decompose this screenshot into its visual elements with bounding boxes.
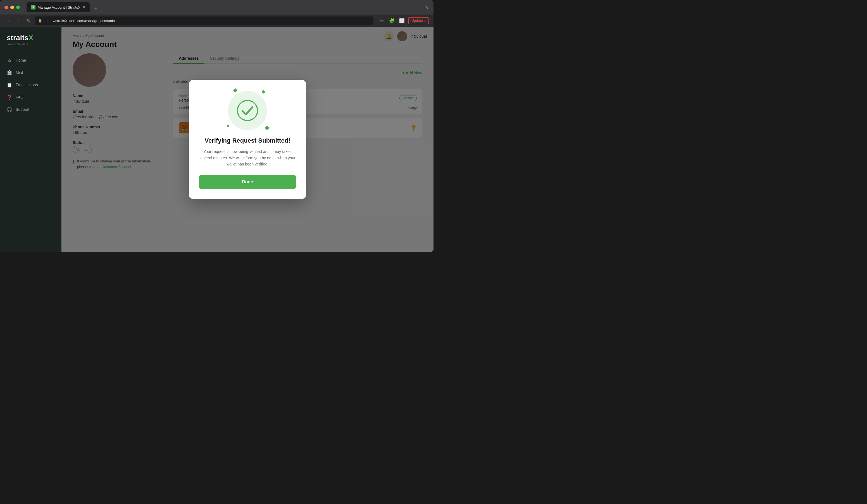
success-modal: Verifying Request Submitted! Your reques… (189, 80, 306, 199)
traffic-lights (4, 6, 20, 9)
forward-button[interactable]: › (14, 17, 22, 24)
lock-icon: 🔒 (38, 19, 42, 23)
sparkle-4 (265, 125, 269, 130)
browser-navbar: ‹ › ↻ 🔒 https://straitsX.xfers.com/manag… (0, 14, 434, 27)
window-menu-icon[interactable]: ∨ (425, 4, 429, 10)
sidebar-item-home[interactable]: ⌂ Home (3, 55, 58, 66)
url-display: https://straitsX.xfers.com/manage_accoun… (44, 19, 115, 23)
faq-icon: ❓ (7, 94, 12, 100)
tab-close-button[interactable]: × (83, 5, 85, 10)
sidebar-item-home-label: Home (15, 58, 26, 63)
bookmark-button[interactable]: ☆ (378, 17, 386, 24)
back-button[interactable]: ‹ (4, 17, 12, 24)
sidebar-item-faq[interactable]: ❓ FAQ (3, 91, 58, 103)
app-content: straitsX powered by xfers ⌂ Home 🏦 Mint … (0, 27, 434, 252)
sidebar-item-faq-label: FAQ (15, 95, 23, 99)
browser-tabs: X Manage Account | StraitsX × + (26, 2, 100, 12)
new-tab-button[interactable]: + (92, 4, 100, 12)
address-bar[interactable]: 🔒 https://straitsX.xfers.com/manage_acco… (35, 17, 373, 25)
reload-button[interactable]: ↻ (24, 17, 32, 24)
sidebar-item-support-label: Support (15, 107, 29, 112)
close-button[interactable] (4, 6, 8, 9)
sidebar-navigation: ⌂ Home 🏦 Mint 📋 Transactions ❓ FAQ 🎧 (0, 55, 62, 115)
modal-circle (228, 91, 267, 130)
modal-icon-area (228, 91, 267, 130)
browser-titlebar: X Manage Account | StraitsX × + ∨ (0, 0, 434, 14)
sparkle-1 (233, 88, 238, 92)
transactions-icon: 📋 (7, 82, 12, 88)
logo: straitsX powered by xfers (0, 33, 62, 55)
sparkle-2 (261, 90, 265, 94)
sidebar-item-transactions[interactable]: 📋 Transactions (3, 79, 58, 90)
tab-title: Manage Account | StraitsX (38, 5, 81, 10)
modal-overlay: Verifying Request Submitted! Your reques… (62, 27, 434, 252)
active-tab[interactable]: X Manage Account | StraitsX × (26, 2, 90, 12)
update-button[interactable]: Update ≡ (408, 17, 429, 24)
home-icon: ⌂ (7, 57, 12, 63)
sidebar-item-mint-label: Mint (15, 70, 23, 75)
logo-sub: powered by xfers (7, 43, 55, 46)
extensions-button[interactable]: 🧩 (388, 17, 396, 24)
profile-button[interactable]: ⬜ (398, 17, 406, 24)
support-icon: 🎧 (7, 107, 12, 112)
sidebar: straitsX powered by xfers ⌂ Home 🏦 Mint … (0, 27, 62, 252)
mint-icon: 🏦 (7, 70, 12, 75)
minimize-button[interactable] (10, 6, 14, 9)
maximize-button[interactable] (16, 6, 20, 9)
checkmark-svg (236, 99, 259, 122)
modal-title: Verifying Request Submitted! (205, 137, 290, 145)
sidebar-item-transactions-label: Transactions (15, 83, 38, 87)
main-content: 🔔 individual Home / My Account My Accoun… (62, 27, 434, 252)
logo-text: straitsX (7, 33, 55, 42)
modal-done-button[interactable]: Done (199, 175, 296, 189)
tab-favicon: X (31, 5, 35, 10)
sidebar-item-support[interactable]: 🎧 Support (3, 104, 58, 115)
nav-right-buttons: ☆ 🧩 ⬜ Update ≡ (378, 17, 429, 24)
sparkle-3 (226, 124, 229, 128)
modal-description: Your request is now being verified and i… (199, 149, 296, 167)
sidebar-item-mint[interactable]: 🏦 Mint (3, 67, 58, 78)
